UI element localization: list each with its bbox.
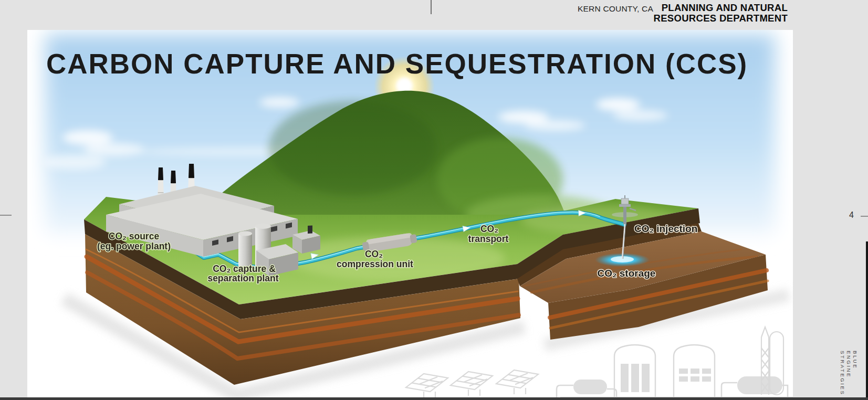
label-co2-transport: CO₂: [480, 224, 498, 234]
label-co2-transport-sub: transport: [468, 234, 509, 244]
ccs-diagram: CO₂ source (eg. power plant) CO₂ capture…: [27, 30, 793, 400]
page-number: 4: [849, 210, 854, 220]
header-department-line2: RESOURCES DEPARTMENT: [654, 13, 788, 24]
slide-title: CARBON CAPTURE AND SEQUESTRATION (CCS): [46, 48, 781, 80]
label-co2-compression-sub: compression unit: [337, 259, 413, 269]
label-co2-compression: CO₂: [365, 249, 383, 259]
header-department: PLANNING AND NATURAL RESOURCES DEPARTMEN…: [654, 3, 788, 23]
top-divider-line: [431, 0, 432, 14]
watermark-line2: STRATEGIES: [839, 351, 845, 390]
header-department-line1: PLANNING AND NATURAL: [654, 3, 788, 13]
left-tick-mark: [0, 215, 12, 216]
watermark-line1: BLUE ENGINE: [845, 351, 858, 390]
label-co2-capture: CO₂ capture &: [213, 264, 276, 274]
storage-tank-bars: [621, 364, 650, 392]
solar-panel-icon: [406, 374, 448, 398]
label-co2-capture-sub: separation plant: [207, 273, 278, 283]
side-watermark: BLUE ENGINE STRATEGIES: [839, 351, 858, 390]
bottom-bar: [0, 397, 868, 400]
label-co2-source-sub: (eg. power plant): [97, 241, 171, 251]
right-tick-mark: [861, 216, 868, 217]
label-co2-injection: CO₂ injection: [634, 223, 697, 234]
solar-panel-icon: [496, 370, 538, 394]
solar-panel-icon: [451, 372, 493, 396]
viewer-background: KERN COUNTY, CA PLANNING AND NATURAL RES…: [0, 0, 868, 400]
storage-tank-grid: [679, 369, 711, 382]
horizontal-tank-icon: [573, 380, 607, 394]
horizontal-tank-icon: [737, 376, 782, 394]
label-co2-storage: CO₂ storage: [598, 268, 656, 279]
slide-page: CO₂ source (eg. power plant) CO₂ capture…: [27, 30, 793, 400]
header-location: KERN COUNTY, CA: [578, 4, 653, 14]
right-edge-strip: [866, 241, 868, 400]
label-co2-source: CO₂ source: [109, 231, 160, 241]
